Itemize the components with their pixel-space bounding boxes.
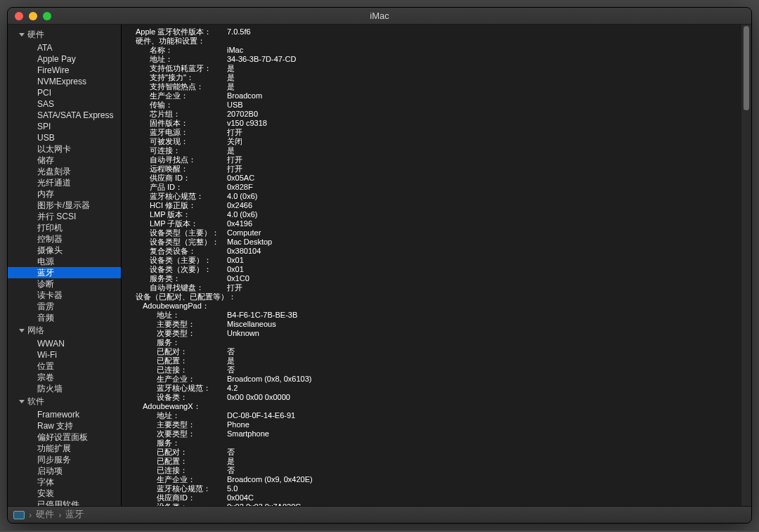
info-row: 自动寻找点：打开 bbox=[136, 155, 741, 164]
sidebar-item[interactable]: 控制器 bbox=[8, 233, 121, 245]
info-value: 是 bbox=[227, 457, 235, 466]
sidebar-item[interactable]: 安装 bbox=[8, 488, 121, 499]
sidebar-section-header[interactable]: 软件 bbox=[8, 394, 121, 409]
info-value: 0x01 bbox=[227, 265, 244, 274]
info-value: 0x05AC bbox=[227, 174, 254, 183]
sidebar-item[interactable]: SAS bbox=[8, 98, 121, 110]
info-row: 设备类（次要）：0x01 bbox=[136, 265, 741, 274]
info-label: 蓝牙核心规范： bbox=[136, 384, 227, 393]
sidebar-item[interactable]: 以太网卡 bbox=[8, 143, 121, 155]
sidebar-item[interactable]: 光纤通道 bbox=[8, 177, 121, 188]
sidebar-item[interactable]: 功能扩展 bbox=[8, 443, 121, 454]
info-row: 蓝牙核心规范：4.0 (0x6) bbox=[136, 192, 741, 201]
info-value: 打开 bbox=[227, 155, 242, 164]
content-pane: Apple 蓝牙软件版本：7.0.5f6硬件、功能和设置：名称：iMac地址：3… bbox=[122, 25, 751, 506]
close-icon[interactable] bbox=[15, 12, 23, 20]
info-label: HCI 修正版： bbox=[136, 201, 227, 210]
sidebar-item[interactable]: Apple Pay bbox=[8, 53, 121, 65]
sidebar-item[interactable]: 位置 bbox=[8, 361, 121, 372]
sidebar-item[interactable]: 诊断 bbox=[8, 278, 121, 290]
info-label: 设备类型（完整）： bbox=[136, 238, 227, 247]
sidebar-item[interactable]: 雷雳 bbox=[8, 301, 121, 312]
sidebar-item[interactable]: SPI bbox=[8, 121, 121, 132]
info-row: 支持低功耗蓝牙：是 bbox=[136, 64, 741, 73]
sidebar-item[interactable]: 光盘刻录 bbox=[8, 166, 121, 177]
info-row: 设备类型（完整）：Mac Desktop bbox=[136, 238, 741, 247]
minimize-icon[interactable] bbox=[29, 12, 37, 20]
sidebar-item[interactable]: 蓝牙 bbox=[8, 267, 121, 278]
sidebar-item[interactable]: FireWire bbox=[8, 65, 121, 76]
sidebar-item[interactable]: 内存 bbox=[8, 188, 121, 200]
sidebar-item[interactable]: 字体 bbox=[8, 476, 121, 488]
info-row: 固件版本：v150 c9318 bbox=[136, 119, 741, 128]
info-value: 4.0 (0x6) bbox=[227, 192, 257, 201]
sidebar-item[interactable]: SATA/SATA Express bbox=[8, 110, 121, 121]
sidebar-item[interactable]: 并行 SCSI bbox=[8, 211, 121, 222]
info-row: 主要类型：Phone bbox=[136, 420, 741, 429]
info-value: Broadcom (0x8, 0x6103) bbox=[227, 375, 311, 384]
sidebar-item[interactable]: 启动项 bbox=[8, 465, 121, 476]
info-value: 0x2466 bbox=[227, 201, 252, 210]
section-title: 硬件 bbox=[27, 29, 44, 41]
scrollbar-track[interactable] bbox=[741, 25, 751, 506]
sidebar-item[interactable]: 宗卷 bbox=[8, 372, 121, 383]
sidebar-item[interactable]: 摄像头 bbox=[8, 245, 121, 256]
zoom-icon[interactable] bbox=[43, 12, 51, 20]
sidebar-section-header[interactable]: 网络 bbox=[8, 323, 121, 338]
info-row: 设备类型（主要）：Computer bbox=[136, 228, 741, 238]
info-value: 关闭 bbox=[227, 137, 242, 146]
info-row: 设备类：0x02 0x03 0x7A020C bbox=[136, 502, 741, 506]
disclosure-triangle-icon bbox=[19, 329, 25, 332]
sidebar-item[interactable]: ATA bbox=[8, 42, 121, 53]
sidebar-item[interactable]: Framework bbox=[8, 409, 121, 420]
sidebar-item[interactable]: NVMExpress bbox=[8, 76, 121, 87]
info-label: Apple 蓝牙软件版本： bbox=[136, 27, 227, 37]
sidebar-item[interactable]: 音频 bbox=[8, 312, 121, 323]
content-scroll[interactable]: Apple 蓝牙软件版本：7.0.5f6硬件、功能和设置：名称：iMac地址：3… bbox=[122, 25, 741, 506]
titlebar[interactable]: iMac bbox=[8, 8, 751, 25]
sidebar-item[interactable]: PCI bbox=[8, 87, 121, 98]
info-label: 设备类（次要）： bbox=[136, 265, 227, 274]
sidebar-item[interactable]: 偏好设置面板 bbox=[8, 432, 121, 443]
breadcrumb-hardware[interactable]: 硬件 bbox=[36, 509, 54, 521]
info-value: DC-08-0F-14-E6-91 bbox=[227, 411, 295, 420]
info-label: 可连接： bbox=[136, 146, 227, 155]
section-title: 网络 bbox=[27, 325, 44, 337]
info-row: 已配对：否 bbox=[136, 347, 741, 356]
sidebar[interactable]: 硬件ATAApple PayFireWireNVMExpressPCISASSA… bbox=[8, 25, 122, 506]
scrollbar-thumb[interactable] bbox=[744, 26, 749, 110]
section-title: 软件 bbox=[27, 396, 44, 408]
sidebar-item[interactable]: 图形卡/显示器 bbox=[8, 200, 121, 211]
computer-icon[interactable] bbox=[13, 511, 25, 519]
info-row: 服务类：0x1C0 bbox=[136, 274, 741, 283]
info-label: 生产企业： bbox=[136, 375, 227, 384]
info-value: USB bbox=[227, 100, 243, 110]
sidebar-item[interactable]: 打印机 bbox=[8, 222, 121, 233]
info-row: 可被发现：关闭 bbox=[136, 137, 741, 146]
info-value: 5.0 bbox=[227, 484, 238, 493]
info-label: 已连接： bbox=[136, 365, 227, 375]
info-label: 地址： bbox=[136, 411, 227, 420]
sidebar-item[interactable]: 防火墙 bbox=[8, 383, 121, 394]
info-value: Smartphone bbox=[227, 429, 269, 439]
sidebar-item[interactable]: Wi-Fi bbox=[8, 349, 121, 361]
sidebar-item[interactable]: USB bbox=[8, 132, 121, 143]
sidebar-section-header[interactable]: 硬件 bbox=[8, 27, 121, 42]
sidebar-item[interactable]: 电源 bbox=[8, 256, 121, 267]
info-label: 支持"接力"： bbox=[136, 73, 227, 82]
info-value: Broadcom (0x9, 0x420E) bbox=[227, 475, 313, 484]
info-row: 蓝牙核心规范：4.2 bbox=[136, 384, 741, 393]
window-controls bbox=[8, 12, 51, 20]
info-value: 否 bbox=[227, 466, 235, 475]
sidebar-item[interactable]: 同步服务 bbox=[8, 454, 121, 465]
sidebar-item[interactable]: Raw 支持 bbox=[8, 420, 121, 432]
sidebar-item[interactable]: 读卡器 bbox=[8, 290, 121, 301]
sidebar-item[interactable]: 已停用软件 bbox=[8, 499, 121, 506]
sidebar-item[interactable]: WWAN bbox=[8, 338, 121, 349]
info-label: 服务： bbox=[136, 338, 227, 347]
info-row: 生产企业：Broadcom (0x8, 0x6103) bbox=[136, 375, 741, 384]
info-label: 芯片组： bbox=[136, 110, 227, 119]
info-label: 已配对： bbox=[136, 448, 227, 457]
breadcrumb-bluetooth[interactable]: 蓝牙 bbox=[65, 509, 84, 521]
sidebar-item[interactable]: 储存 bbox=[8, 155, 121, 166]
